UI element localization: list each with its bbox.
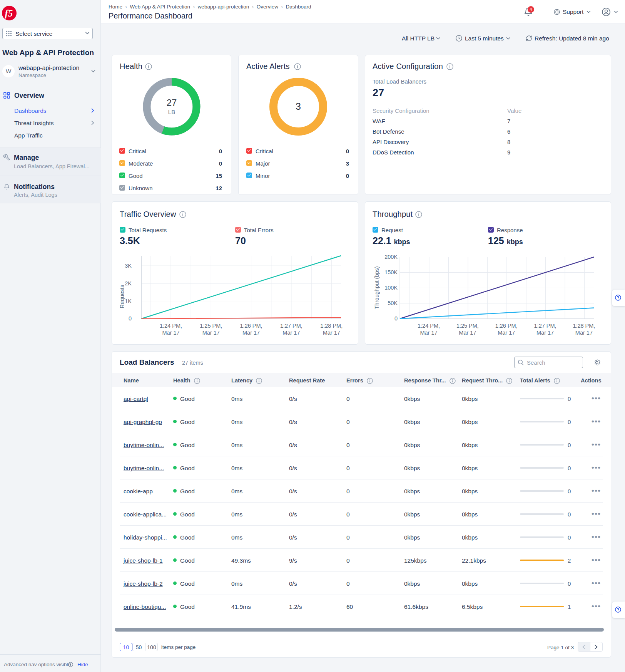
svg-text:1:25 PM,: 1:25 PM, (456, 323, 479, 329)
svg-text:1:27 PM,: 1:27 PM, (534, 323, 556, 329)
svg-text:Mar 17: Mar 17 (536, 330, 554, 336)
svg-text:0: 0 (129, 315, 132, 322)
svg-text:1:24 PM,: 1:24 PM, (418, 323, 440, 329)
svg-text:Throughput (bps): Throughput (bps) (374, 266, 380, 309)
svg-text:Requests: Requests (119, 285, 125, 308)
svg-text:Mar 17: Mar 17 (459, 330, 476, 336)
svg-text:100K: 100K (384, 285, 398, 291)
svg-text:1K: 1K (125, 298, 132, 304)
svg-text:1:24 PM,: 1:24 PM, (160, 323, 182, 329)
svg-text:1:28 PM,: 1:28 PM, (320, 323, 343, 329)
svg-text:f5: f5 (5, 8, 13, 18)
svg-text:0: 0 (394, 315, 398, 322)
svg-text:Mar 17: Mar 17 (323, 330, 340, 336)
svg-text:1:27 PM,: 1:27 PM, (280, 323, 302, 329)
svg-text:1:26 PM,: 1:26 PM, (495, 323, 518, 329)
svg-text:1:25 PM,: 1:25 PM, (200, 323, 222, 329)
svg-text:1:28 PM,: 1:28 PM, (573, 323, 595, 329)
svg-text:2K: 2K (125, 280, 132, 287)
svg-text:3K: 3K (125, 263, 132, 269)
svg-text:Mar 17: Mar 17 (575, 330, 593, 336)
svg-text:50K: 50K (388, 300, 398, 306)
svg-text:Mar 17: Mar 17 (242, 330, 260, 336)
svg-text:Mar 17: Mar 17 (202, 330, 220, 336)
svg-text:150K: 150K (384, 269, 398, 275)
svg-text:Mar 17: Mar 17 (498, 330, 515, 336)
svg-text:200K: 200K (384, 254, 398, 260)
svg-text:Mar 17: Mar 17 (282, 330, 300, 336)
svg-text:Mar 17: Mar 17 (420, 330, 437, 336)
svg-text:1:26 PM,: 1:26 PM, (240, 323, 262, 329)
svg-text:Mar 17: Mar 17 (162, 330, 179, 336)
